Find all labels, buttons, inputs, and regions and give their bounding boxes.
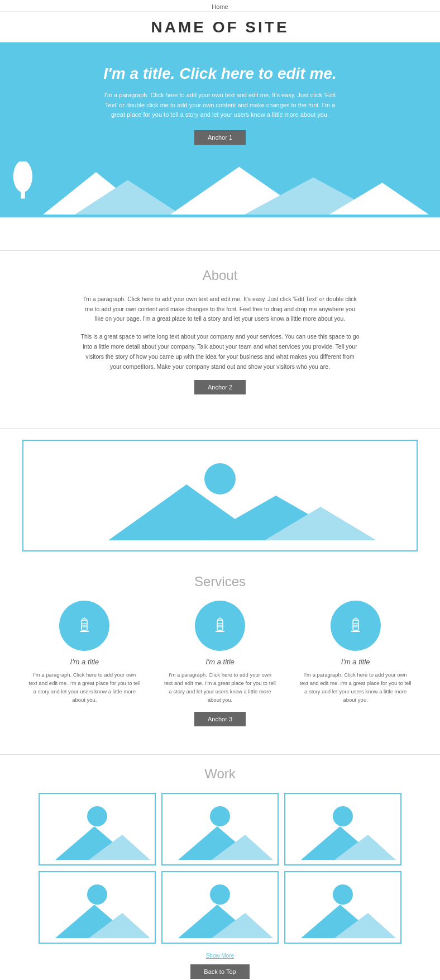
services-grid: I'm a title I'm a paragraph. Click here … bbox=[17, 601, 423, 705]
work-thumb-2[interactable] bbox=[161, 793, 279, 865]
service-title-3[interactable]: I'm a title bbox=[300, 658, 412, 666]
work-thumb-6[interactable] bbox=[284, 871, 401, 944]
work-heading: Work bbox=[17, 766, 423, 782]
about-section: About I'm a paragraph. Click here to add… bbox=[0, 251, 440, 429]
hero-paragraph[interactable]: I'm a paragraph. Click here to add your … bbox=[103, 91, 337, 120]
nav-home-link[interactable]: Home bbox=[212, 3, 228, 10]
anchor-1-button[interactable]: Anchor 1 bbox=[194, 130, 246, 145]
site-title: NAME OF SITE bbox=[0, 12, 440, 42]
svg-point-7 bbox=[204, 463, 236, 494]
svg-point-34 bbox=[210, 806, 230, 826]
service-title-1[interactable]: I'm a title bbox=[28, 658, 140, 666]
svg-point-46 bbox=[210, 884, 230, 905]
work-section: Work bbox=[0, 755, 440, 980]
about-heading: About bbox=[22, 268, 418, 283]
work-thumb-5[interactable] bbox=[161, 871, 279, 944]
service-item-1: I'm a title I'm a paragraph. Click here … bbox=[28, 601, 140, 705]
nav-bar: Home bbox=[0, 0, 440, 12]
work-thumb-1[interactable] bbox=[39, 793, 156, 865]
svg-point-1 bbox=[13, 161, 32, 192]
about-paragraph-2[interactable]: This is a great space to write long text… bbox=[80, 332, 360, 372]
service-item-3: I'm a title I'm a paragraph. Click here … bbox=[300, 601, 412, 705]
hero-mountains bbox=[11, 161, 429, 217]
services-section: Services I'm a title I'm a paragraph. Cl… bbox=[0, 563, 440, 755]
anchor-2-button[interactable]: Anchor 2 bbox=[194, 380, 246, 394]
svg-point-42 bbox=[87, 884, 107, 905]
work-thumb-3[interactable] bbox=[284, 793, 401, 865]
service-para-1[interactable]: I'm a paragraph. Click here to add your … bbox=[28, 670, 140, 705]
svg-point-38 bbox=[333, 806, 353, 826]
anchor-3-button[interactable]: Anchor 3 bbox=[194, 712, 246, 726]
about-image-placeholder bbox=[22, 440, 418, 551]
svg-point-50 bbox=[333, 884, 353, 905]
hero-section: I'm a title. Click here to edit me. I'm … bbox=[0, 42, 440, 217]
service-icon-2 bbox=[195, 601, 245, 651]
service-icon-3 bbox=[331, 601, 381, 651]
service-para-2[interactable]: I'm a paragraph. Click here to add your … bbox=[164, 670, 276, 705]
service-para-3[interactable]: I'm a paragraph. Click here to add your … bbox=[300, 670, 412, 705]
work-grid bbox=[17, 793, 423, 944]
back-to-top-button[interactable]: Back to Top bbox=[190, 964, 249, 979]
show-more-link[interactable]: Show More bbox=[17, 953, 423, 959]
section-divider-1 bbox=[0, 217, 440, 251]
services-heading: Services bbox=[17, 574, 423, 589]
hero-title[interactable]: I'm a title. Click here to edit me. bbox=[11, 65, 429, 83]
service-icon-1 bbox=[59, 601, 109, 651]
work-thumb-4[interactable] bbox=[39, 871, 156, 944]
svg-point-30 bbox=[87, 806, 107, 826]
service-title-2[interactable]: I'm a title bbox=[164, 658, 276, 666]
service-item-2: I'm a title I'm a paragraph. Click here … bbox=[164, 601, 276, 705]
about-paragraph-1[interactable]: I'm a paragraph. Click here to add your … bbox=[80, 294, 360, 325]
